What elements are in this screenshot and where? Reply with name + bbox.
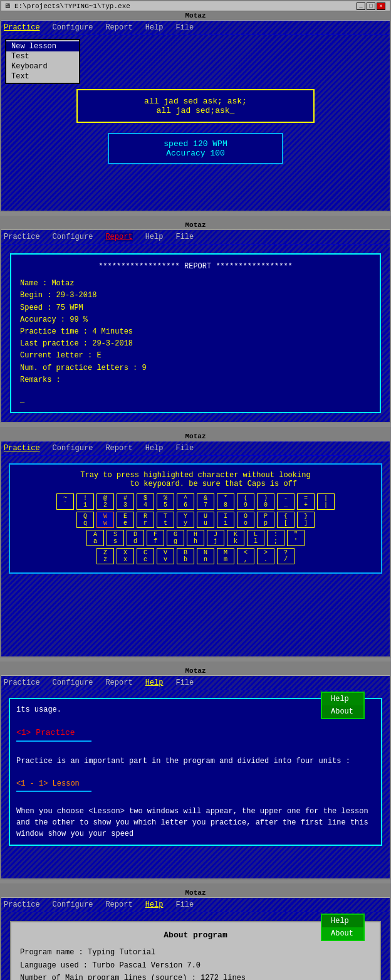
menubar-2: Practice Configure Report Help File bbox=[1, 230, 390, 245]
key-o[interactable]: Oo bbox=[237, 512, 254, 528]
report-begin: Begin : 29-3-2018 bbox=[20, 290, 371, 302]
key-p[interactable]: Pp bbox=[257, 512, 274, 528]
key-e[interactable]: Ee bbox=[117, 512, 134, 528]
menu-help-4[interactable]: Help bbox=[145, 678, 164, 687]
titlebar-4: Motaz bbox=[1, 667, 390, 676]
key-3[interactable]: #3 bbox=[117, 493, 134, 510]
menubar-3: Practice Configure Report Help File bbox=[1, 441, 390, 456]
menu-help-3[interactable]: Help bbox=[145, 444, 164, 453]
menu-practice-5[interactable]: Practice bbox=[4, 900, 40, 909]
key-9[interactable]: (9 bbox=[237, 493, 254, 510]
titlebar-1: Motaz bbox=[1, 11, 390, 21]
key-7[interactable]: &7 bbox=[197, 493, 214, 510]
key-t[interactable]: Tt bbox=[157, 512, 174, 528]
menu-help-2[interactable]: Help bbox=[145, 233, 164, 241]
help-item-about[interactable]: About bbox=[322, 705, 363, 718]
key-h[interactable]: Hh bbox=[187, 530, 204, 546]
key-quote[interactable]: "' bbox=[287, 530, 305, 546]
menu-report-4[interactable]: Report bbox=[105, 678, 132, 687]
key-d[interactable]: Dd bbox=[127, 530, 144, 546]
key-g[interactable]: Gg bbox=[167, 530, 184, 546]
menu-report-3[interactable]: Report bbox=[105, 444, 132, 453]
key-r[interactable]: Rr bbox=[137, 512, 154, 528]
key-w[interactable]: Ww bbox=[96, 512, 114, 528]
help-section1-title: <1> Practice bbox=[16, 727, 375, 739]
key-y[interactable]: Yy bbox=[177, 512, 194, 528]
key-4[interactable]: $4 bbox=[137, 493, 154, 510]
menu-text[interactable]: Text bbox=[6, 71, 79, 82]
key-lbracket[interactable]: {[ bbox=[277, 512, 295, 528]
key-equals[interactable]: =+ bbox=[297, 493, 315, 510]
menu-configure-4[interactable]: Configure bbox=[53, 678, 93, 687]
menu-file-5[interactable]: File bbox=[175, 900, 194, 909]
key-8[interactable]: *8 bbox=[217, 493, 234, 510]
menu-report-2[interactable]: Report bbox=[105, 233, 132, 241]
key-comma[interactable]: <, bbox=[237, 548, 254, 564]
report-accuracy: Accuracy : 99 % bbox=[20, 314, 371, 326]
key-b[interactable]: Bb bbox=[177, 548, 194, 564]
key-j[interactable]: Jj bbox=[207, 530, 224, 546]
report-remarks: Remarks : bbox=[20, 374, 371, 386]
help-item-help[interactable]: Help bbox=[322, 693, 363, 705]
key-z[interactable]: Zz bbox=[96, 548, 114, 564]
menu-file-3[interactable]: File bbox=[175, 444, 194, 453]
close-btn[interactable]: ✕ bbox=[377, 3, 385, 10]
report-box: ****************** REPORT **************… bbox=[10, 253, 381, 413]
kbd-row-4: Zz Xx Cc Vv Bb Nn Mm <, >. ?/ bbox=[16, 548, 375, 564]
minimize-btn[interactable]: _ bbox=[357, 3, 365, 10]
app-icon: 🖥 bbox=[4, 2, 11, 10]
menu-configure-2[interactable]: Configure bbox=[53, 233, 93, 241]
menu-practice-2[interactable]: Practice bbox=[4, 233, 40, 241]
key-s[interactable]: Ss bbox=[107, 530, 124, 546]
menu-help-1[interactable]: Help bbox=[145, 23, 164, 32]
menu-configure-5[interactable]: Configure bbox=[53, 900, 93, 909]
key-0[interactable]: )0 bbox=[257, 493, 274, 510]
key-minus[interactable]: -_ bbox=[277, 493, 295, 510]
key-v[interactable]: Vv bbox=[157, 548, 174, 564]
key-n[interactable]: Nn bbox=[197, 548, 214, 564]
about-lines: Number of Main program lines (source) : … bbox=[20, 972, 371, 980]
key-5[interactable]: %5 bbox=[157, 493, 174, 510]
help-section1-1-text: When you choose <Lesson> two windows wil… bbox=[16, 806, 375, 840]
key-backslash[interactable]: || bbox=[317, 493, 335, 510]
key-2[interactable]: @2 bbox=[96, 493, 114, 510]
menu-new-lesson[interactable]: New lesson bbox=[6, 41, 79, 51]
menu-practice-4[interactable]: Practice bbox=[4, 678, 40, 687]
key-c[interactable]: Cc bbox=[137, 548, 154, 564]
menu-test[interactable]: Test bbox=[6, 51, 79, 61]
menubar-1: Practice Configure Report Help File bbox=[1, 21, 390, 35]
key-slash[interactable]: ?/ bbox=[277, 548, 295, 564]
about-item-help[interactable]: Help bbox=[322, 915, 363, 927]
key-f[interactable]: Ff bbox=[147, 530, 164, 546]
key-tilde[interactable]: ~` bbox=[56, 493, 74, 510]
menu-configure-3[interactable]: Configure bbox=[53, 444, 93, 453]
report-name: Name : Motaz bbox=[20, 278, 371, 290]
key-k[interactable]: Kk bbox=[227, 530, 244, 546]
menu-practice-1[interactable]: Practice bbox=[4, 23, 40, 32]
menu-keyboard[interactable]: Keyboard bbox=[6, 61, 79, 71]
menu-report-5[interactable]: Report bbox=[105, 900, 132, 909]
key-m[interactable]: Mm bbox=[217, 548, 234, 564]
about-item-about[interactable]: About bbox=[322, 927, 363, 940]
key-a[interactable]: Aa bbox=[86, 530, 104, 546]
key-semicolon[interactable]: :; bbox=[267, 530, 284, 546]
top-bar-1: 🖥 E:\projects\TYPING~1\Typ.exe _ □ ✕ bbox=[1, 1, 390, 11]
menu-report-1[interactable]: Report bbox=[105, 23, 132, 32]
menu-configure-1[interactable]: Configure bbox=[53, 23, 93, 32]
key-l[interactable]: Ll bbox=[247, 530, 264, 546]
report-num-letters: Num. of practice letters : 9 bbox=[20, 362, 371, 374]
key-x[interactable]: Xx bbox=[117, 548, 134, 564]
key-6[interactable]: ^6 bbox=[177, 493, 194, 510]
menu-help-5[interactable]: Help bbox=[145, 900, 164, 909]
key-1[interactable]: !1 bbox=[76, 493, 94, 510]
key-period[interactable]: >. bbox=[257, 548, 274, 564]
menu-file-1[interactable]: File bbox=[175, 23, 194, 32]
key-q[interactable]: Qq bbox=[76, 512, 94, 528]
key-u[interactable]: Uu bbox=[197, 512, 214, 528]
maximize-btn[interactable]: □ bbox=[367, 3, 375, 10]
key-rbracket[interactable]: }] bbox=[297, 512, 315, 528]
menu-file-2[interactable]: File bbox=[175, 233, 194, 241]
menu-file-4[interactable]: File bbox=[175, 678, 194, 687]
menu-practice-3[interactable]: Practice bbox=[4, 444, 40, 453]
key-i[interactable]: Ii bbox=[217, 512, 234, 528]
